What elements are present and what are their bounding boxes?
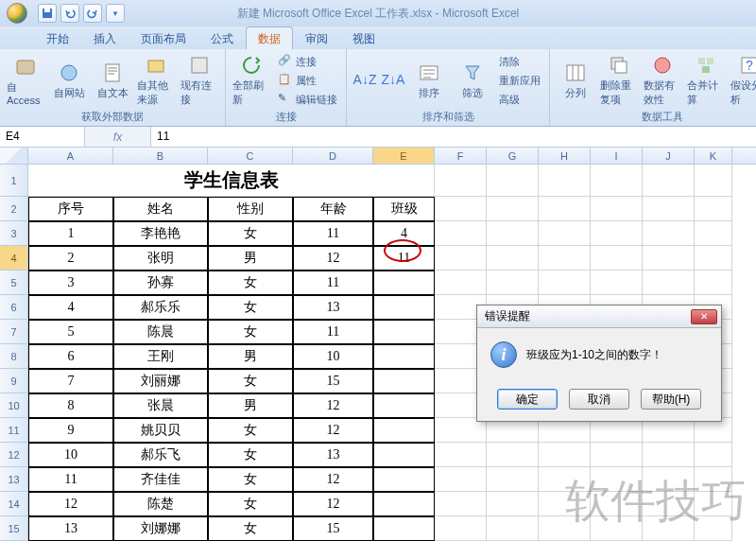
- sort-asc-button[interactable]: A↓Z: [352, 52, 377, 109]
- col-head-i[interactable]: I: [591, 148, 643, 164]
- cell[interactable]: 3: [28, 270, 113, 295]
- col-head-a[interactable]: A: [28, 148, 113, 164]
- cell[interactable]: [643, 467, 695, 492]
- row-head[interactable]: 11: [0, 418, 28, 443]
- cell[interactable]: [695, 516, 732, 541]
- table-title[interactable]: 学生信息表: [28, 165, 435, 197]
- cell[interactable]: [487, 270, 539, 295]
- row-head[interactable]: 4: [0, 246, 28, 270]
- col-head-c[interactable]: C: [208, 148, 293, 164]
- cell[interactable]: 12: [293, 467, 373, 492]
- cell[interactable]: 女: [208, 418, 293, 443]
- row-head[interactable]: 5: [0, 270, 28, 295]
- cell[interactable]: [487, 221, 539, 246]
- tab-view[interactable]: 视图: [340, 26, 387, 49]
- cell[interactable]: 女: [208, 320, 293, 344]
- cell[interactable]: 姓名: [113, 197, 208, 221]
- cell[interactable]: [435, 516, 487, 541]
- sort-desc-button[interactable]: Z↓A: [381, 52, 405, 109]
- cell[interactable]: [643, 492, 695, 516]
- cell[interactable]: [373, 443, 435, 467]
- cell[interactable]: 姚贝贝: [113, 418, 208, 443]
- cell[interactable]: 12: [293, 492, 373, 516]
- edit-links-button[interactable]: ✎编辑链接: [275, 91, 340, 108]
- undo-icon[interactable]: [60, 4, 79, 23]
- cell[interactable]: [643, 165, 695, 197]
- cell[interactable]: [373, 295, 435, 320]
- cell[interactable]: 12: [293, 418, 373, 443]
- cell[interactable]: [435, 197, 487, 221]
- cell[interactable]: 刘娜娜: [113, 516, 208, 541]
- cell[interactable]: 11: [293, 270, 373, 295]
- cell[interactable]: 13: [293, 295, 373, 320]
- cell[interactable]: [695, 221, 732, 246]
- row-head[interactable]: 14: [0, 492, 28, 516]
- col-head-j[interactable]: J: [643, 148, 695, 164]
- tab-review[interactable]: 审阅: [293, 26, 340, 49]
- cell[interactable]: 女: [208, 443, 293, 467]
- cell[interactable]: 12: [293, 393, 373, 418]
- cell[interactable]: [435, 246, 487, 270]
- cell[interactable]: 1: [28, 221, 113, 246]
- cell[interactable]: 11: [293, 320, 373, 344]
- office-button[interactable]: [0, 0, 34, 26]
- cell[interactable]: 13: [293, 443, 373, 467]
- from-web-button[interactable]: 自网站: [49, 52, 89, 109]
- cell[interactable]: [695, 443, 732, 467]
- cell[interactable]: [487, 443, 539, 467]
- cell[interactable]: [643, 221, 695, 246]
- row-head[interactable]: 9: [0, 369, 28, 393]
- reapply-button[interactable]: 重新应用: [496, 72, 543, 89]
- filter-button[interactable]: 筛选: [453, 52, 492, 109]
- cell[interactable]: 郝乐飞: [113, 443, 208, 467]
- cell[interactable]: 女: [208, 295, 293, 320]
- cell[interactable]: 9: [28, 418, 113, 443]
- cell[interactable]: 男: [208, 393, 293, 418]
- row-head[interactable]: 10: [0, 393, 28, 418]
- cell[interactable]: [487, 492, 539, 516]
- cell[interactable]: [487, 246, 539, 270]
- cell[interactable]: 女: [208, 369, 293, 393]
- cell[interactable]: [373, 320, 435, 344]
- cell[interactable]: 13: [28, 516, 113, 541]
- dialog-titlebar[interactable]: 错误提醒 ✕: [477, 305, 721, 328]
- select-all-corner[interactable]: [0, 148, 28, 164]
- clear-filter-button[interactable]: 清除: [496, 53, 543, 70]
- cell[interactable]: [643, 516, 695, 541]
- cell[interactable]: 女: [208, 492, 293, 516]
- cell[interactable]: [373, 492, 435, 516]
- cell[interactable]: [643, 270, 695, 295]
- tab-pagelayout[interactable]: 页面布局: [129, 26, 198, 49]
- cell[interactable]: 6: [28, 344, 113, 369]
- cell[interactable]: 李艳艳: [113, 221, 208, 246]
- tab-data[interactable]: 数据: [246, 26, 293, 49]
- cell[interactable]: [373, 270, 435, 295]
- cell[interactable]: [643, 443, 695, 467]
- col-head-d[interactable]: D: [293, 148, 373, 164]
- what-if-button[interactable]: ?假设分析: [730, 52, 756, 109]
- cell[interactable]: [591, 246, 643, 270]
- cell[interactable]: [643, 246, 695, 270]
- cell[interactable]: [643, 197, 695, 221]
- cell[interactable]: 11: [28, 467, 113, 492]
- cell[interactable]: 郝乐乐: [113, 295, 208, 320]
- cell[interactable]: [373, 516, 435, 541]
- fx-label[interactable]: fx: [85, 127, 151, 147]
- cell[interactable]: [435, 443, 487, 467]
- cell[interactable]: 11: [293, 221, 373, 246]
- cell[interactable]: 12: [28, 492, 113, 516]
- row-head[interactable]: 8: [0, 344, 28, 369]
- cell[interactable]: 4: [373, 221, 435, 246]
- close-icon[interactable]: ✕: [691, 309, 717, 324]
- cell[interactable]: [591, 516, 643, 541]
- tab-formulas[interactable]: 公式: [198, 26, 246, 49]
- cell[interactable]: [435, 221, 487, 246]
- cell[interactable]: [695, 467, 732, 492]
- cell[interactable]: [591, 467, 643, 492]
- cell[interactable]: 4: [28, 295, 113, 320]
- cell[interactable]: [373, 369, 435, 393]
- cell[interactable]: [591, 492, 643, 516]
- col-head-e[interactable]: E: [373, 148, 435, 164]
- cell[interactable]: [695, 270, 732, 295]
- cell[interactable]: 刘丽娜: [113, 369, 208, 393]
